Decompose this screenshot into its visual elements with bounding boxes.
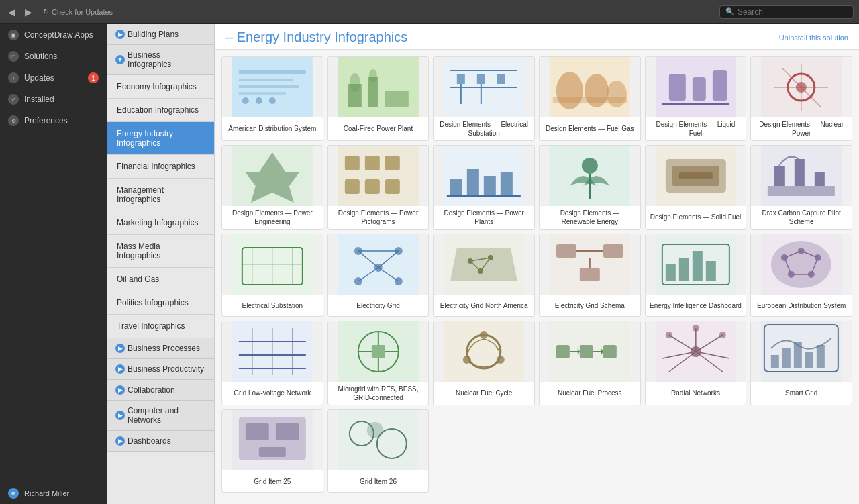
sidebar2-business-productivity[interactable]: ▶ Business Productivity [107,359,214,380]
svg-rect-62 [774,166,785,186]
svg-rect-41 [344,156,359,170]
search-input[interactable] [738,7,845,17]
grid-item[interactable]: Energy Intelligence Dashboard [645,234,747,317]
svg-point-13 [368,69,376,83]
svg-rect-98 [678,258,689,281]
grid-item[interactable]: Design Elements — Power Pictograms [327,145,430,230]
grid-item-label: American Distribution System [222,117,323,139]
user-profile[interactable]: R Richard Miller [0,483,107,504]
grid-item[interactable]: Electrical Substation [221,234,323,317]
grid-item-label: Design Elements — Electrical Substation [434,117,534,140]
sidebar2-oil-gas[interactable]: Oil and Gas [107,268,214,291]
grid-thumbnail [222,321,323,382]
grid-item-label: Design Elements — Fuel Gas [540,117,640,139]
grid-item[interactable]: Smart Grid [750,321,852,405]
sidebar-solutions-label: Solutions [24,52,57,61]
svg-rect-64 [815,172,825,186]
svg-rect-61 [768,186,835,196]
grid-thumbnail [222,410,323,470]
sidebar2-financial[interactable]: Financial Infographics [107,155,214,179]
grid-item[interactable]: Nuclear Fuel Cycle [433,321,535,405]
grid-item-label: Electricity Grid Schema [540,295,640,316]
sidebar2-business-processes[interactable]: ▶ Business Processes [107,338,214,359]
sidebar2-travel[interactable]: Travel Infographics [107,315,214,338]
sidebar2-education[interactable]: Education Infographics [107,99,214,122]
category-sidebar: ▶ Building Plans ▼ Business Infographics… [107,24,215,504]
check-updates-button[interactable]: ↻ Check for Updates [39,6,117,17]
svg-rect-163 [259,447,286,457]
dashboards-label: Dashboards [128,436,171,446]
grid-item[interactable]: Design Elements — Electrical Substation [433,56,535,141]
grid-item[interactable]: European Distribution System [750,234,852,317]
svg-point-12 [349,73,360,92]
grid-item[interactable]: Grid Item 25 [221,409,323,493]
grid-item-label: Grid Low-voltage Network [222,382,323,403]
grid-thumbnail [646,146,746,206]
grid-item-label: Microgrid with RES, BESS, GRID-connected [328,382,429,405]
sidebar2-politics[interactable]: Politics Infographics [107,291,214,315]
svg-rect-44 [344,179,359,194]
sidebar-updates-label: Updates [24,73,54,83]
sidebar-item-updates[interactable]: ↑ Updates 1 [0,67,107,89]
svg-rect-154 [771,355,779,368]
grid-thumbnail [434,234,534,295]
sidebar2-collaboration[interactable]: ▶ Collaboration [107,380,214,401]
svg-rect-19 [497,74,505,84]
svg-rect-99 [692,251,702,281]
grid-item-label: Design Elements — Liquid Fuel [646,117,746,140]
sidebar2-business-infographics[interactable]: ▼ Business Infographics [107,45,214,75]
grid-item[interactable]: Microgrid with RES, BESS, GRID-connected [327,321,430,405]
svg-rect-3 [239,85,299,88]
grid-item[interactable]: Design Elements — Power Plants [433,145,535,230]
sidebar2-mass-media[interactable]: Mass Media Infographics [107,235,214,268]
back-button[interactable]: ◀ [5,5,18,19]
uninstall-link[interactable]: Uninstall this solution [779,34,848,42]
grid-item[interactable]: Electricity Grid North America [433,234,535,317]
svg-rect-40 [338,146,418,206]
sidebar-item-solutions[interactable]: □ Solutions [0,46,107,67]
grid-item[interactable]: Design Elements — Nuclear Power [750,56,852,141]
sidebar2-management[interactable]: Management Infographics [107,179,214,211]
grid-item[interactable]: Grid Low-voltage Network [221,321,323,405]
grid-thumbnail [540,321,640,382]
grid-item[interactable]: Design Elements — Renewable Energy [539,145,641,230]
svg-rect-1 [239,70,306,74]
grid-item[interactable]: Nuclear Fuel Process [539,321,641,405]
grid-thumbnail [434,146,534,206]
svg-rect-135 [603,345,617,358]
sidebar-installed-label: Installed [24,95,54,104]
grid-item[interactable]: Design Elements — Power Engineering [221,145,323,230]
grid-item-label: Electricity Grid [328,295,429,316]
grid-item[interactable]: Design Elements — Solid Fuel [645,145,747,230]
svg-rect-43 [385,156,399,170]
sidebar2-dashboards[interactable]: ▶ Dashboards [107,431,214,452]
sidebar-item-preferences[interactable]: ⚙ Preferences [0,110,107,132]
svg-rect-161 [246,423,269,440]
svg-rect-45 [364,179,379,194]
grid-item[interactable]: Grid Item 26 [327,409,430,493]
sidebar2-economy[interactable]: Economy Infographics [107,75,214,99]
svg-point-5 [242,97,249,104]
sidebar-item-installed[interactable]: ✓ Installed [0,89,107,110]
forward-button[interactable]: ▶ [22,5,35,19]
sidebar2-marketing[interactable]: Marketing Infographics [107,211,214,235]
svg-rect-30 [712,70,727,101]
grid-item[interactable]: Radial Networks [645,321,747,405]
sidebar-preferences-label: Preferences [24,116,68,125]
grid-item[interactable]: Electricity Grid [327,234,430,317]
grid-item[interactable]: Design Elements — Fuel Gas [539,56,641,141]
svg-rect-91 [603,244,623,258]
grid-item[interactable]: American Distribution System [221,56,323,141]
sidebar-item-apps[interactable]: ▣ ConceptDraw Apps [0,24,107,46]
svg-point-7 [269,97,276,104]
sidebar2-building-plans[interactable]: ▶ Building Plans [107,24,214,45]
grid-item[interactable]: Drax Carbon Capture Pilot Scheme [750,145,852,230]
svg-rect-92 [580,268,600,281]
grid-item[interactable]: Design Elements — Liquid Fuel [645,56,747,141]
sidebar2-energy[interactable]: Energy Industry Infographics [107,122,214,155]
sidebar2-computer-networks[interactable]: ▶ Computer and Networks [107,401,214,431]
grid-item[interactable]: Electricity Grid Schema [539,234,641,317]
updates-icon: ↑ [8,72,19,83]
grid-item[interactable]: Coal-Fired Power Plant [327,56,430,141]
grid-thumbnail [328,146,429,206]
